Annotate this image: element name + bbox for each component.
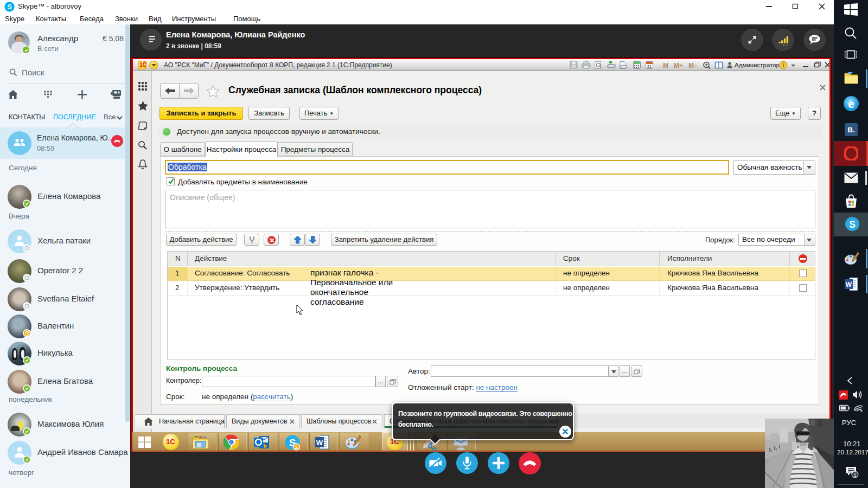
svg-text:31: 31: [647, 64, 652, 69]
svg-text:2: 2: [295, 444, 298, 450]
svg-text:М: М: [663, 62, 668, 69]
svg-text:S: S: [7, 3, 12, 11]
svg-text:e: e: [848, 98, 854, 110]
svg-text:Администратор: Администратор: [735, 62, 780, 68]
svg-text:W: W: [316, 439, 323, 447]
svg-text:W: W: [846, 281, 852, 288]
svg-text:М–: М–: [688, 62, 698, 69]
svg-text:S: S: [849, 219, 856, 230]
svg-text:B.: B.: [847, 126, 854, 134]
svg-text:М+: М+: [674, 62, 683, 69]
svg-text:1: 1: [853, 472, 856, 478]
svg-text:i: i: [783, 62, 784, 68]
